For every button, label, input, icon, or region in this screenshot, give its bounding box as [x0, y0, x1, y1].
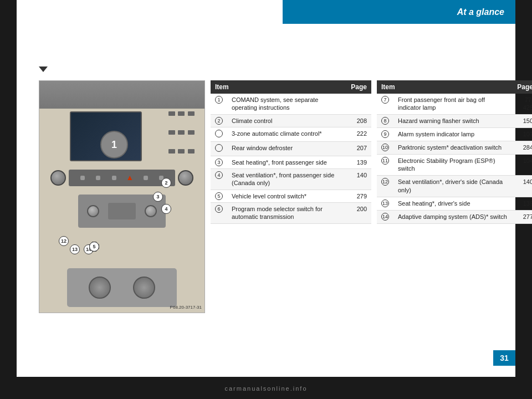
row-item: Alarm system indicator lamp — [393, 128, 513, 141]
cup-holders-area — [67, 268, 177, 307]
img-label-4: 4 — [161, 204, 171, 214]
down-arrow-icon — [39, 66, 48, 72]
row-page: 200 — [346, 203, 371, 224]
row-item: Climate control — [227, 114, 346, 127]
cup-holder-right — [133, 277, 155, 299]
bottom-panel — [78, 195, 166, 228]
row-page: 207 — [346, 141, 371, 156]
knob-right — [178, 170, 193, 186]
row-item: Hazard warning flasher switch — [393, 115, 513, 128]
right-table-row: 11 Electronic Stability Program (ESP®) s… — [377, 155, 532, 176]
knob-row — [50, 170, 193, 186]
row-item: Seat heating*, front passenger side — [227, 156, 346, 168]
row-page: 279 — [346, 190, 371, 202]
hazard-triangle — [127, 176, 132, 180]
row-page: 284 — [513, 141, 532, 155]
right-table-row: 9 Alarm system indicator lamp 107 — [377, 128, 532, 141]
row-num — [211, 127, 227, 141]
left-table-body: 1 COMAND system, see separate operating … — [211, 94, 371, 223]
img-label-2: 2 — [161, 178, 171, 188]
header-bar: At a glance — [283, 0, 515, 24]
row-num: 8 — [377, 115, 393, 128]
img-label-5: 5 — [89, 242, 99, 252]
left-table-row: 3 Seat heating*, front passenger side 13… — [211, 156, 371, 168]
left-table-row: 5 Vehicle level control switch* 279 — [211, 190, 371, 202]
row-num: 6 — [211, 203, 227, 224]
btn-r1 — [168, 111, 175, 116]
logo-text: carmanualsonline.info — [224, 385, 307, 392]
left-table-item-header: Item — [211, 80, 346, 94]
row-num — [211, 141, 227, 156]
left-table-row: 1 COMAND system, see separate operating … — [211, 94, 371, 114]
right-table-row: 13 Seat heating*, driver's side 139 — [377, 197, 532, 210]
knob-bottom-right — [145, 205, 157, 217]
row-num: 10 — [377, 141, 393, 155]
ctrl-btn-2 — [96, 176, 100, 180]
row-page: 277 — [513, 210, 532, 223]
row-num: 7 — [377, 94, 393, 115]
tables-area: Item Page 1 COMAND system, see separate … — [211, 80, 532, 224]
btn-r6 — [188, 130, 195, 135]
row-num: 13 — [377, 197, 393, 210]
row-page: 222 — [346, 127, 371, 141]
row-item: 3-zone automatic climate control* — [227, 127, 346, 141]
row-num: 14 — [377, 210, 393, 223]
image-caption: P68.20-3717-31 — [170, 305, 202, 310]
car-image: 1 — [39, 80, 205, 313]
row-num: 1 — [211, 94, 227, 114]
right-table-row: 10 Parktronic system* deactivation switc… — [377, 141, 532, 155]
img-label-13: 13 — [70, 244, 80, 254]
btn-r7 — [168, 149, 175, 154]
page-number: 31 — [500, 354, 509, 362]
bottom-logo-bar: carmanualsonline.info — [0, 378, 532, 399]
right-table-page-header: Page — [513, 80, 532, 94]
row-num: 12 — [377, 176, 393, 197]
btn-r9 — [188, 149, 195, 154]
row-item: Parktronic system* deactivation switch — [393, 141, 513, 155]
btn-r3 — [188, 111, 195, 116]
left-table-row: 3-zone automatic climate control* 222 — [211, 127, 371, 141]
row-item: Adaptive damping system (ADS)* switch — [393, 210, 513, 223]
left-table-page-header: Page — [346, 80, 371, 94]
dashboard-illustration: 1 — [39, 81, 204, 313]
img-label-3: 3 — [153, 192, 163, 202]
row-num: 4 — [211, 169, 227, 190]
left-table-row: 2 Climate control 208 — [211, 114, 371, 127]
ctrl-btn-3 — [112, 176, 116, 180]
label-1: 1 — [100, 131, 128, 158]
right-controls — [168, 111, 196, 167]
row-page: 139 — [513, 197, 532, 210]
left-table-row: Rear window defroster 207 — [211, 141, 371, 156]
row-page: 104 — [513, 155, 532, 176]
btn-r5 — [178, 130, 185, 135]
dash-top — [39, 81, 204, 109]
btn-r4 — [168, 130, 175, 135]
row-page: 107 — [513, 128, 532, 141]
row-item: Seat ventilation*, driver's side (Canada… — [393, 176, 513, 197]
right-table-body: 7 Front passenger front air bag off indi… — [377, 94, 532, 223]
left-table: Item Page 1 COMAND system, see separate … — [211, 80, 371, 224]
row-num: 3 — [211, 156, 227, 168]
right-table-row: 7 Front passenger front air bag off indi… — [377, 94, 532, 115]
row-num: 11 — [377, 155, 393, 176]
ctrl-btn-1 — [80, 176, 85, 180]
row-item: Rear window defroster — [227, 141, 346, 156]
row-page: 140 — [346, 169, 371, 190]
page-title: At a glance — [457, 7, 504, 17]
center-panel — [108, 203, 136, 219]
knob-bottom-left — [87, 205, 99, 217]
right-table-item-header: Item — [377, 80, 513, 94]
row-item: Electronic Stability Program (ESP®) swit… — [393, 155, 513, 176]
row-item: Front passenger front air bag off indica… — [393, 94, 513, 115]
btn-r8 — [178, 149, 185, 154]
btn-r2 — [178, 111, 185, 116]
row-num: 5 — [211, 190, 227, 202]
left-table-row: 4 Seat ventilation*, front passenger sid… — [211, 169, 371, 190]
row-page: 208 — [346, 114, 371, 127]
right-table-row: 14 Adaptive damping system (ADS)* switch… — [377, 210, 532, 223]
img-label-12: 12 — [59, 236, 69, 246]
row-page — [346, 94, 371, 114]
row-item: Program mode selector switch for automat… — [227, 203, 346, 224]
right-table-row: 8 Hazard warning flasher switch 150 — [377, 115, 532, 128]
right-table: Item Page 7 Front passenger front air ba… — [377, 80, 532, 224]
